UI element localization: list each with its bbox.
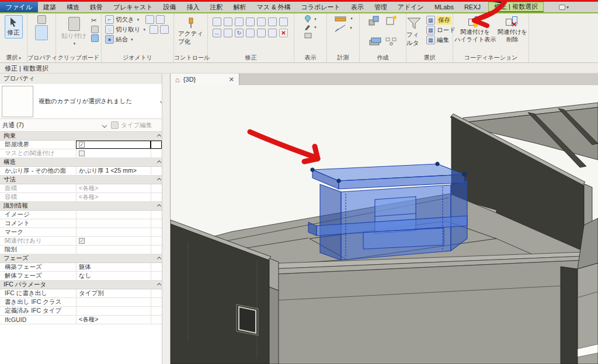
activate-button[interactable]: アクティブ化 xyxy=(175,15,206,48)
checkbox-icon[interactable]: ✓ xyxy=(79,142,85,148)
property-value[interactable] xyxy=(76,219,151,228)
tab-10[interactable]: 表示 xyxy=(346,2,369,12)
selection-group-label[interactable]: 選択 xyxy=(406,54,453,62)
mirror-icon[interactable] xyxy=(235,18,244,26)
paste-button[interactable]: 貼り付け▾ xyxy=(58,15,89,48)
paintbrush-icon[interactable] xyxy=(304,24,311,31)
measure-angle-icon[interactable] xyxy=(334,23,347,33)
create-group-label[interactable]: 作成 xyxy=(360,54,406,62)
tab-14[interactable]: REXJ xyxy=(459,2,486,12)
model-canvas[interactable] xyxy=(171,85,598,364)
trim-icon[interactable] xyxy=(246,29,255,37)
control-group-label[interactable]: コントロール xyxy=(174,54,207,62)
create-group-icon[interactable] xyxy=(368,37,383,46)
ruler-icon[interactable] xyxy=(333,15,347,22)
cut-geometry-icon[interactable] xyxy=(145,15,154,24)
pin-icon[interactable] xyxy=(279,18,288,26)
move-icon[interactable]: ↔ xyxy=(213,29,221,37)
array-icon[interactable] xyxy=(257,29,266,37)
property-value[interactable]: ✓ xyxy=(76,237,151,245)
property-value[interactable]: <各種> xyxy=(76,316,151,324)
property-value[interactable] xyxy=(76,298,151,306)
tab-13[interactable]: MLabs xyxy=(429,2,459,12)
create-parts-icon[interactable] xyxy=(368,15,382,27)
split-gap-icon[interactable] xyxy=(268,18,277,26)
tab-5[interactable]: 挿入 xyxy=(182,2,205,12)
properties-palette-icon[interactable] xyxy=(35,25,48,40)
property-value[interactable]: なし xyxy=(76,272,151,280)
tab-4[interactable]: 設備 xyxy=(158,2,182,12)
property-value[interactable]: <各種> xyxy=(76,193,151,201)
property-section-header[interactable]: IFC パラメータ xyxy=(0,281,170,289)
property-value[interactable]: <各種> xyxy=(76,184,151,192)
property-value[interactable]: 躯体 xyxy=(76,263,151,271)
close-icon[interactable]: ✕ xyxy=(229,76,234,83)
beam-icon[interactable] xyxy=(160,25,169,34)
tab-8[interactable]: マス & 外構 xyxy=(252,2,296,12)
modify-button[interactable]: 修正 xyxy=(5,15,23,38)
split-icon[interactable] xyxy=(257,18,266,26)
view-tab-3d[interactable]: ⌂ {3D} ✕ xyxy=(171,74,239,85)
mirror-draw-icon[interactable] xyxy=(246,18,255,26)
save-selection-button[interactable]: ▦保存 xyxy=(426,16,456,24)
cope-button[interactable]: ⌐切欠き▾ xyxy=(105,15,172,24)
parts-icon[interactable] xyxy=(37,15,46,24)
cut-button[interactable]: ◌切り取り▾ xyxy=(105,25,172,34)
highlight-associations-button[interactable]: 関連付けをハイライト表示 xyxy=(454,15,496,43)
rotate-icon[interactable]: ↻ xyxy=(235,29,244,37)
edit-selection-button[interactable]: ▦編集 xyxy=(426,36,456,44)
property-value[interactable]: ✓ xyxy=(76,141,151,149)
property-section-header[interactable]: 構造 xyxy=(0,158,170,167)
tab-11[interactable]: 管理 xyxy=(369,2,392,12)
property-section-header[interactable]: 拘束 xyxy=(0,132,170,141)
type-selector[interactable]: 複数のカテゴリが選択されました xyxy=(0,84,170,119)
property-value[interactable]: タイプ別 xyxy=(76,289,151,298)
hide-box-icon[interactable] xyxy=(304,32,312,39)
selected-element[interactable] xyxy=(308,162,467,260)
join-button[interactable]: ●結合▾ xyxy=(105,35,172,44)
offset-icon[interactable] xyxy=(224,18,232,26)
copy-icon[interactable] xyxy=(224,29,232,37)
tab-1[interactable]: 構造 xyxy=(61,2,85,12)
modify-group-label[interactable]: 修正 xyxy=(208,54,294,62)
coordination-group-label[interactable]: コーディネーション xyxy=(453,54,529,62)
unpin-icon[interactable] xyxy=(268,29,277,37)
lightbulb-icon[interactable] xyxy=(304,15,311,23)
geometry-group-label[interactable]: ジオメトリ xyxy=(102,54,173,62)
property-value[interactable] xyxy=(76,246,151,254)
tab-3[interactable]: プレキャスト xyxy=(108,2,158,12)
property-value[interactable] xyxy=(76,211,151,219)
remove-associations-button[interactable]: ✕ 関連付けを削除 xyxy=(498,15,527,43)
view-group-label[interactable]: 表示 xyxy=(294,54,326,62)
ribbon-minimize-control[interactable]: ▾ xyxy=(559,2,569,12)
load-selection-button[interactable]: ▦ロード xyxy=(426,26,456,34)
create-assembly-icon[interactable] xyxy=(384,15,398,27)
align-icon[interactable] xyxy=(213,18,221,26)
create-similar-icon[interactable] xyxy=(385,37,398,46)
tab-file[interactable]: ファイル xyxy=(0,2,38,12)
wall-joins-icon[interactable] xyxy=(150,25,158,34)
checkbox-icon[interactable] xyxy=(79,150,85,156)
property-value[interactable] xyxy=(76,307,151,315)
property-section-header[interactable]: 識別情報 xyxy=(0,202,170,211)
match-type-icon[interactable] xyxy=(91,34,99,42)
property-value[interactable] xyxy=(76,149,151,158)
properties-scrollbar[interactable] xyxy=(162,74,170,364)
tab-6[interactable]: 注釈 xyxy=(205,2,228,12)
checkbox-icon[interactable]: ✓ xyxy=(79,238,85,244)
measure-group-label[interactable]: 計測 xyxy=(327,54,359,62)
filter-button[interactable]: フィルタ xyxy=(404,15,425,49)
property-filter-combo[interactable]: 共通 (7) xyxy=(2,121,111,130)
tab-12[interactable]: アドイン xyxy=(392,2,429,12)
demolish-icon[interactable] xyxy=(156,15,165,24)
select-group-label[interactable]: 選択▾ xyxy=(0,54,27,62)
copy-icon[interactable] xyxy=(91,26,99,33)
property-section-header[interactable]: 寸法 xyxy=(0,176,170,184)
property-value[interactable]: かぶり厚 1 <25 mm> xyxy=(76,167,151,175)
property-value[interactable] xyxy=(76,228,151,236)
tab-9[interactable]: コラボレート xyxy=(296,2,346,12)
tab-2[interactable]: 鉄骨 xyxy=(85,2,108,12)
edit-type-button[interactable]: タイプ編集 xyxy=(111,121,152,130)
property-section-header[interactable]: フェーズ xyxy=(0,254,170,263)
tab-contextual-modify[interactable]: 修正 | 複数選択 xyxy=(488,2,544,12)
